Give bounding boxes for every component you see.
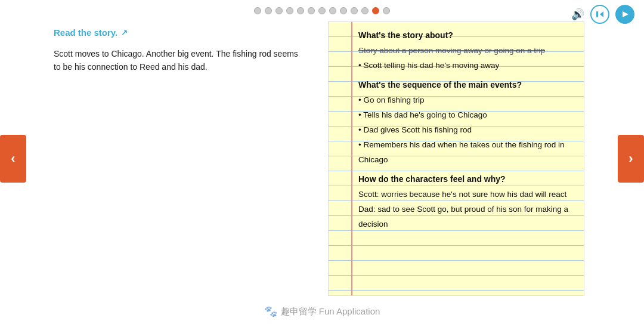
left-panel: Read the story. ↗ Scott moves to Chicago… (42, 21, 316, 80)
pagination-dot-5[interactable] (308, 7, 315, 14)
nav-arrow-left[interactable]: ‹ (0, 135, 26, 183)
pagination-dot-0[interactable] (254, 7, 261, 14)
notepad-section-1: What's the story about? Story about a pe… (358, 27, 574, 73)
pagination-dot-9[interactable] (351, 7, 358, 14)
pagination-dot-1[interactable] (265, 7, 272, 14)
pagination-dot-8[interactable] (340, 7, 347, 14)
section3-title: How do the characters feel and why? (358, 171, 574, 187)
notepad: What's the story about? Story about a pe… (328, 21, 584, 296)
section2-item-2: Tells his dad he's going to Chicago (358, 107, 574, 122)
section2-item-3: Dad gives Scott his fishing rod (358, 122, 574, 137)
svg-rect-1 (596, 11, 598, 17)
watermark: 🐾 趣申留学 Fun Application (264, 305, 380, 318)
pagination-dot-2[interactable] (275, 7, 283, 14)
read-story-link[interactable]: Read the story. ↗ (54, 27, 304, 38)
section3-item-2: Dad: sad to see Scott go, but proud of h… (358, 202, 574, 232)
watermark-icon: 🐾 (264, 305, 277, 318)
pagination-dot-10[interactable] (361, 7, 369, 14)
section2-item-4: Remembers his dad when he takes out the … (358, 137, 574, 167)
svg-marker-0 (600, 11, 603, 17)
page-wrapper: 🔊 ‹ Read the story. ↗ Scott moves to Chi… (0, 0, 644, 324)
pagination-dot-3[interactable] (286, 7, 293, 14)
main-content: ‹ Read the story. ↗ Scott moves to Chica… (0, 21, 644, 296)
pagination (0, 0, 644, 19)
pagination-dot-4[interactable] (297, 7, 304, 14)
section1-item-1: Story about a person moving away or goin… (358, 43, 574, 58)
volume-icon[interactable]: 🔊 (571, 8, 584, 21)
pagination-dot-11[interactable] (372, 7, 379, 14)
section2-item-1: Go on fishing trip (358, 92, 574, 107)
pagination-dot-6[interactable] (318, 7, 326, 14)
story-text: Scott moves to Chicago. Another big even… (54, 47, 304, 74)
svg-marker-2 (623, 11, 628, 17)
section1-item-2: Scott telling his dad he's moving away (358, 58, 574, 73)
pagination-dot-7[interactable] (329, 7, 336, 14)
notepad-section-2: What's the sequence of the main events? … (358, 76, 574, 167)
section3-item-1: Scott: worries because he's not sure how… (358, 187, 574, 202)
section1-title: What's the story about? (358, 27, 574, 43)
section2-title: What's the sequence of the main events? (358, 76, 574, 92)
notepad-section-3: How do the characters feel and why? Scot… (358, 171, 574, 232)
notepad-content: What's the story about? Story about a pe… (329, 22, 584, 240)
nav-arrow-right[interactable]: › (618, 135, 644, 183)
pagination-dot-12[interactable] (383, 7, 390, 14)
external-link-icon: ↗ (121, 28, 128, 37)
